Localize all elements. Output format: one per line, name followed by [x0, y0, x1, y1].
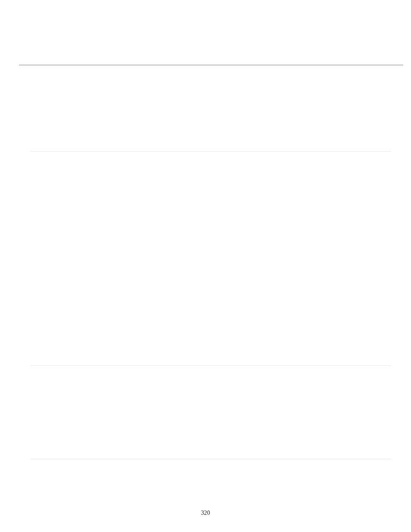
- top-divider: [19, 64, 403, 66]
- page-number: 320: [0, 510, 411, 516]
- section-divider: [31, 365, 391, 366]
- section-divider: [31, 151, 391, 152]
- section-divider: [31, 459, 391, 459]
